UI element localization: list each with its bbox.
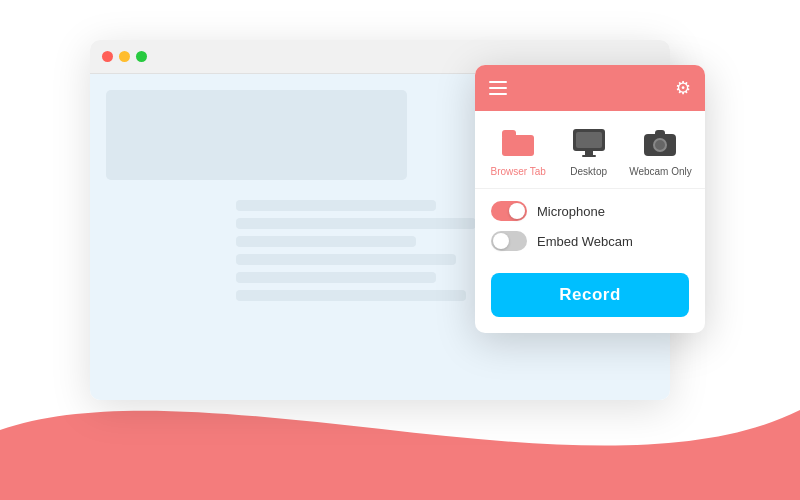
hamburger-icon[interactable] [489, 81, 507, 96]
tab-webcam[interactable]: Webcam Only [629, 125, 692, 178]
dot-red [102, 51, 113, 62]
tab-desktop-label: Desktop [570, 166, 607, 178]
popup-toggles: Microphone Embed Webcam [475, 189, 705, 263]
popup-header: ⚙ [475, 65, 705, 111]
embed-webcam-toggle-knob [493, 233, 509, 249]
page: { "page": { "background_color": "#f9f9f9… [0, 0, 800, 500]
tab-browser-label: Browser Tab [491, 166, 546, 178]
embed-webcam-toggle-row: Embed Webcam [491, 231, 689, 251]
embed-webcam-toggle[interactable] [491, 231, 527, 251]
camera-icon [642, 125, 678, 161]
content-line [236, 218, 476, 229]
content-line [236, 290, 466, 301]
content-image-placeholder [106, 90, 407, 180]
microphone-toggle-row: Microphone [491, 201, 689, 221]
microphone-toggle-knob [509, 203, 525, 219]
popup-record-container: Record [475, 263, 705, 333]
microphone-toggle[interactable] [491, 201, 527, 221]
tab-browser[interactable]: Browser Tab [488, 125, 548, 178]
content-line [236, 200, 436, 211]
content-line [236, 236, 416, 247]
popup-tabs: Browser Tab Desktop [475, 111, 705, 189]
popup-panel: ⚙ Browser Tab Desktop [475, 65, 705, 333]
tab-desktop[interactable]: Desktop [559, 125, 619, 178]
folder-icon [500, 125, 536, 161]
dot-green [136, 51, 147, 62]
monitor-icon [571, 125, 607, 161]
tab-webcam-label: Webcam Only [629, 166, 692, 178]
microphone-label: Microphone [537, 204, 605, 219]
embed-webcam-label: Embed Webcam [537, 234, 633, 249]
record-button[interactable]: Record [491, 273, 689, 317]
dot-yellow [119, 51, 130, 62]
content-line [236, 254, 456, 265]
gear-icon[interactable]: ⚙ [675, 77, 691, 99]
content-line [236, 272, 436, 283]
